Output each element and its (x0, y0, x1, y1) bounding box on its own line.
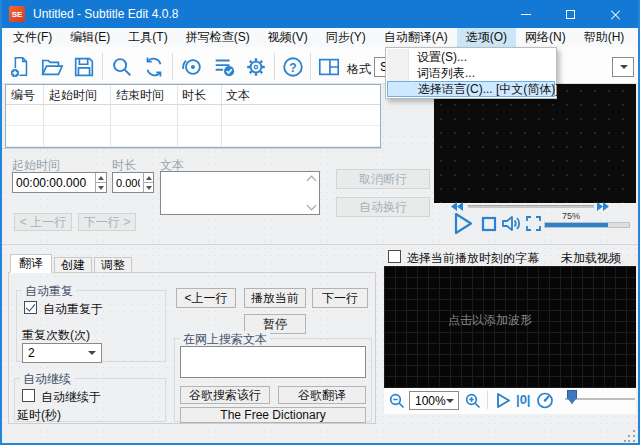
start-time-spinner[interactable] (95, 173, 106, 192)
tab-adjust[interactable]: 调整 (94, 257, 132, 273)
waveform-zoom-combobox[interactable]: 100% (409, 391, 459, 410)
save-icon[interactable] (72, 55, 96, 79)
column-number[interactable]: 编号 (11, 87, 35, 104)
menubar: 文件(F) 编辑(E) 工具(T) 拼写检查(S) 视频(V) 同步(Y) 自动… (2, 28, 638, 47)
menu-item-settings[interactable]: 设置(S)... (387, 49, 555, 65)
toolbar-separator (102, 53, 103, 80)
auto-continue-group-label: 自动继续 (20, 371, 74, 388)
prev-line-play-button[interactable]: <上一行 (176, 288, 236, 308)
menu-spellcheck[interactable]: 拼写检查(S) (177, 28, 259, 47)
delay-label: 延时(秒) (17, 407, 61, 424)
menu-options[interactable]: 选项(O) (457, 28, 516, 47)
seek-forward-icon[interactable] (596, 201, 610, 212)
minimize-button[interactable] (503, 0, 548, 28)
free-dictionary-button[interactable]: The Free Dictionary (180, 407, 366, 423)
menu-item-choose-language[interactable]: 选择语言(C)... [中文(简体)] (387, 81, 555, 97)
minimize-icon (521, 14, 531, 15)
window-title: Untitled - Subtitle Edit 4.0.8 (33, 7, 178, 21)
web-search-input[interactable] (180, 346, 366, 378)
volume-fill (545, 223, 608, 227)
playback-speed-icon[interactable] (536, 391, 554, 409)
menu-autotranslate[interactable]: 自动翻译(A) (375, 28, 457, 47)
menu-help[interactable]: 帮助(H) (575, 28, 634, 47)
spell-check-icon[interactable] (212, 55, 236, 79)
menu-tools[interactable]: 工具(T) (119, 28, 176, 47)
layout-icon[interactable] (317, 55, 341, 79)
prev-line-button[interactable]: < 上一行 (14, 213, 72, 231)
find-icon[interactable] (110, 55, 134, 79)
waveform-play-icon[interactable] (495, 392, 511, 409)
close-button[interactable] (593, 0, 638, 28)
auto-continue-checkbox-label: 自动继续于 (41, 389, 101, 406)
repeat-count-label: 重复次数(次) (22, 327, 90, 344)
subtitle-text-input[interactable] (160, 171, 320, 215)
zoom-out-icon[interactable] (389, 393, 405, 409)
stop-icon[interactable] (481, 216, 497, 232)
duration-input[interactable] (112, 172, 154, 193)
toolbar-separator (274, 53, 275, 80)
repeat-count-combobox[interactable]: 2 (22, 343, 102, 363)
unbreak-button[interactable]: 取消断行 (336, 169, 430, 189)
column-end-time[interactable]: 结束时间 (116, 87, 164, 104)
auto-repeat-checkbox[interactable] (24, 301, 37, 314)
auto-continue-checkbox[interactable] (22, 389, 35, 402)
titlebar: SE Untitled - Subtitle Edit 4.0.8 (2, 0, 638, 28)
play-icon[interactable] (452, 211, 475, 236)
toolbar-separator (172, 53, 173, 80)
zoom-in-icon[interactable] (465, 393, 481, 409)
encoding-combobox[interactable] (612, 57, 634, 77)
column-duration[interactable]: 时长 (182, 87, 206, 104)
volume-slider[interactable] (544, 222, 630, 228)
volume-percent-label: 75% (562, 211, 580, 221)
fullscreen-icon[interactable] (526, 216, 541, 231)
help-icon[interactable]: ? (281, 55, 305, 79)
column-text[interactable]: 文本 (226, 87, 250, 104)
chevron-down-icon (446, 399, 454, 403)
select-current-subtitle-label: 选择当前播放时刻的字幕 (407, 250, 539, 267)
menu-video[interactable]: 视频(V) (259, 28, 317, 47)
maximize-button[interactable] (548, 0, 593, 28)
format-label: 格式 (347, 61, 371, 78)
menu-item-word-lists[interactable]: 词语列表... (387, 65, 555, 81)
new-file-icon[interactable] (8, 55, 32, 79)
video-display[interactable] (434, 84, 636, 203)
next-line-play-button[interactable]: 下一行 (312, 288, 368, 308)
close-icon (610, 9, 621, 20)
auto-repeat-checkbox-label: 自动重复于 (43, 301, 103, 318)
chevron-down-icon (88, 351, 96, 355)
autowrap-button[interactable]: 自动换行 (336, 197, 430, 217)
play-current-button[interactable]: 播放当前 (244, 288, 306, 308)
auto-repeat-group-label: 自动重复 (22, 283, 76, 300)
menu-edit[interactable]: 编辑(E) (61, 28, 119, 47)
replace-icon[interactable] (142, 55, 166, 79)
menu-network[interactable]: 网络(N) (516, 28, 575, 47)
volume-icon[interactable] (501, 214, 521, 233)
start-time-input[interactable] (12, 172, 107, 193)
settings-gear-icon[interactable] (244, 55, 268, 79)
column-start-time[interactable]: 起始时间 (49, 87, 97, 104)
tab-translate[interactable]: 翻译 (10, 254, 52, 273)
chevron-down-icon (620, 65, 628, 69)
tab-create[interactable]: 创建 (54, 257, 92, 273)
svg-text:?: ? (289, 61, 296, 75)
play-from-start-icon[interactable]: |0| (516, 392, 531, 407)
video-seekbar[interactable] (468, 205, 594, 208)
duration-spinner[interactable] (143, 173, 153, 192)
menu-sync[interactable]: 同步(Y) (317, 28, 375, 47)
app-icon: SE (9, 6, 25, 22)
options-dropdown-menu: 设置(S)... 词语列表... 选择语言(C)... [中文(简体)] (385, 47, 557, 99)
waveform-placeholder: 点击以添加波形 (448, 312, 532, 329)
open-file-icon[interactable] (40, 55, 64, 79)
subtitle-list[interactable]: 编号 起始时间 结束时间 时长 文本 (5, 84, 381, 148)
resize-grip[interactable] (624, 428, 636, 442)
toolbar-separator (310, 53, 311, 80)
menu-file[interactable]: 文件(F) (4, 28, 61, 47)
next-line-button[interactable]: 下一行 > (78, 213, 136, 231)
maximize-icon (566, 10, 575, 19)
google-translate-button[interactable]: 谷歌翻译 (278, 386, 366, 404)
select-current-subtitle-checkbox[interactable] (388, 250, 401, 263)
google-search-line-button[interactable]: 谷歌搜索该行 (180, 386, 270, 404)
app-window: SE Untitled - Subtitle Edit 4.0.8 文件(F) … (0, 0, 640, 445)
waveform-display[interactable]: 点击以添加波形 (384, 266, 636, 388)
visual-sync-icon[interactable] (180, 55, 204, 79)
